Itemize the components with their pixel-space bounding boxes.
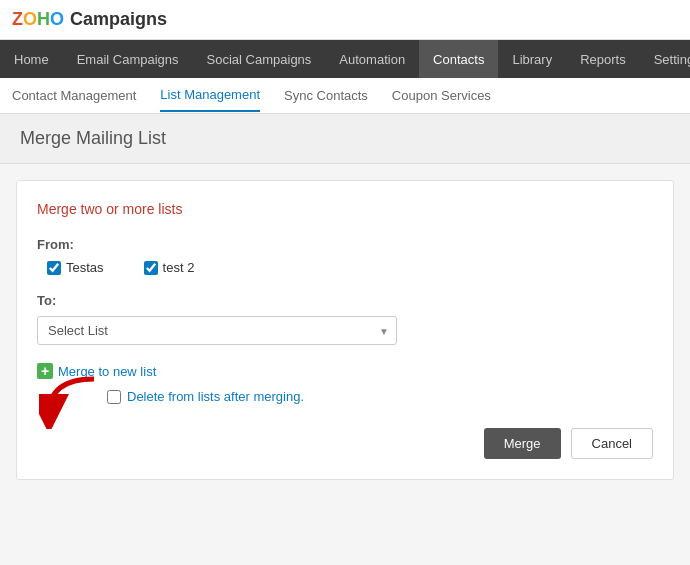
nav-item-reports[interactable]: Reports xyxy=(566,40,640,78)
nav-item-social-campaigns[interactable]: Social Campaigns xyxy=(193,40,326,78)
brand-name: Campaigns xyxy=(70,9,167,30)
red-arrow-icon xyxy=(39,374,109,429)
to-label: To: xyxy=(37,293,653,308)
merge-new-list-row: + Merge to new list xyxy=(37,363,653,379)
subnav-contact-management[interactable]: Contact Management xyxy=(12,80,136,111)
checkbox-testas[interactable]: Testas xyxy=(47,260,104,275)
button-row: Merge Cancel xyxy=(37,428,653,459)
logo-z: Z xyxy=(12,9,23,30)
logo: ZOHO xyxy=(12,9,64,30)
main-nav: Home Email Campaigns Social Campaigns Au… xyxy=(0,40,690,78)
app-header: ZOHO Campaigns xyxy=(0,0,690,40)
nav-item-contacts[interactable]: Contacts xyxy=(419,40,498,78)
merge-button[interactable]: Merge xyxy=(484,428,561,459)
page-title-bar: Merge Mailing List xyxy=(0,114,690,164)
subnav-list-management[interactable]: List Management xyxy=(160,79,260,112)
logo-h: H xyxy=(37,9,50,30)
to-group: To: Select List ▼ xyxy=(37,293,653,345)
list-select[interactable]: Select List xyxy=(37,316,397,345)
checkboxes-row: Testas test 2 xyxy=(47,260,653,275)
delete-checkbox-row[interactable]: Delete from lists after merging. xyxy=(107,389,653,404)
content-area: Merge two or more lists From: Testas tes… xyxy=(16,180,674,480)
checkbox-test2[interactable]: test 2 xyxy=(144,260,195,275)
subnav-sync-contacts[interactable]: Sync Contacts xyxy=(284,80,368,111)
nav-item-email-campaigns[interactable]: Email Campaigns xyxy=(63,40,193,78)
cancel-button[interactable]: Cancel xyxy=(571,428,653,459)
nav-item-automation[interactable]: Automation xyxy=(325,40,419,78)
nav-item-settings[interactable]: Settings xyxy=(640,40,690,78)
subnav-coupon-services[interactable]: Coupon Services xyxy=(392,80,491,111)
page-title: Merge Mailing List xyxy=(20,128,670,149)
from-group: From: Testas test 2 xyxy=(37,237,653,275)
checkbox-testas-input[interactable] xyxy=(47,261,61,275)
delete-label: Delete from lists after merging. xyxy=(127,389,304,404)
checkbox-test2-input[interactable] xyxy=(144,261,158,275)
logo-o1: O xyxy=(23,9,37,30)
from-label: From: xyxy=(37,237,653,252)
section-title: Merge two or more lists xyxy=(37,201,653,217)
select-wrapper: Select List ▼ xyxy=(37,316,397,345)
checkbox-testas-label: Testas xyxy=(66,260,104,275)
sub-nav: Contact Management List Management Sync … xyxy=(0,78,690,114)
logo-o2: O xyxy=(50,9,64,30)
delete-checkbox-input[interactable] xyxy=(107,390,121,404)
checkbox-test2-label: test 2 xyxy=(163,260,195,275)
nav-item-home[interactable]: Home xyxy=(0,40,63,78)
nav-item-library[interactable]: Library xyxy=(498,40,566,78)
